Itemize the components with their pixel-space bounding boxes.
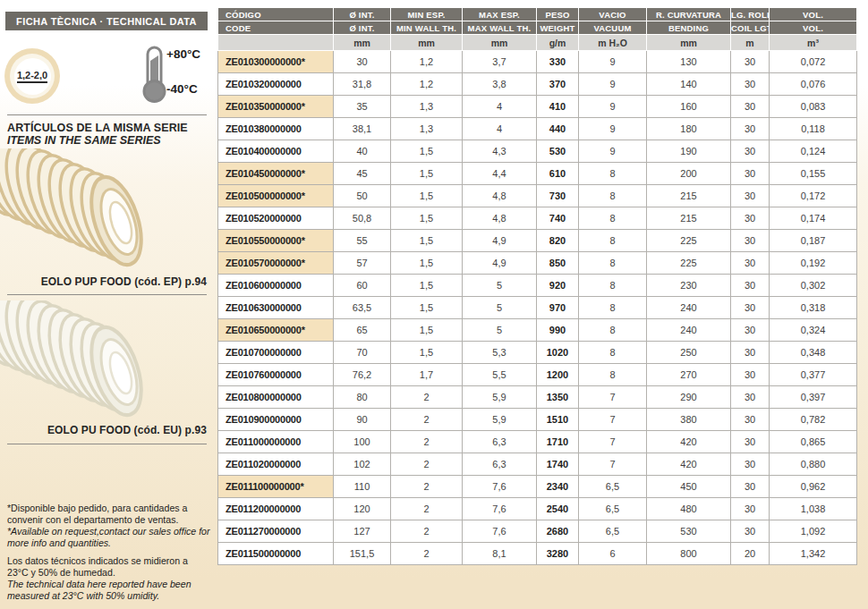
value-cell: 4,9 bbox=[463, 230, 537, 252]
value-cell: 0,865 bbox=[770, 431, 857, 453]
related-hose-caption-pup-food: EOLO PUP FOOD (cód. EP) p.94 bbox=[0, 275, 207, 288]
related-hose-caption-pu-food: EOLO PU FOOD (cód. EU) p.93 bbox=[0, 424, 207, 436]
column-header-en: Ø INT. bbox=[334, 21, 391, 35]
column-header-en: MAX WALL TH. bbox=[463, 21, 537, 35]
column-header-es: PESO bbox=[537, 8, 579, 21]
value-cell: 800 bbox=[647, 543, 731, 565]
diameter-range-badge: 1,2-2,0 bbox=[4, 48, 60, 104]
code-cell: ZE010500000000* bbox=[218, 185, 334, 207]
table-row: ZE010700000000701,55,310208250300,348 bbox=[218, 342, 857, 364]
code-cell: ZE011000000000 bbox=[218, 431, 334, 453]
value-cell: 1510 bbox=[537, 409, 579, 431]
value-cell: 1,5 bbox=[391, 230, 463, 252]
value-cell: 5 bbox=[463, 297, 537, 319]
value-cell: 0,324 bbox=[770, 319, 857, 342]
value-cell: 410 bbox=[537, 96, 579, 118]
column-header-en: VACUUM bbox=[579, 21, 647, 35]
footnote-measured-en: The technical data here reported have be… bbox=[7, 579, 210, 602]
column-header-es: VACIO bbox=[579, 8, 647, 21]
value-cell: 30 bbox=[731, 96, 770, 118]
code-cell: ZE010570000000* bbox=[218, 252, 334, 275]
unit-cell: mm bbox=[647, 35, 731, 51]
code-cell: ZE010400000000 bbox=[218, 140, 334, 163]
value-cell: 0,083 bbox=[770, 96, 857, 118]
column-header-en: COIL LGTH. bbox=[731, 21, 770, 35]
value-cell: 3,7 bbox=[463, 51, 537, 73]
value-cell: 8 bbox=[579, 230, 647, 252]
value-cell: 57 bbox=[334, 252, 391, 275]
value-cell: 30 bbox=[731, 163, 770, 185]
value-cell: 180 bbox=[647, 118, 731, 140]
code-cell: ZE010650000000* bbox=[218, 319, 334, 342]
value-cell: 7 bbox=[579, 409, 647, 431]
value-cell: 63,5 bbox=[334, 297, 391, 319]
unit-cell: mm bbox=[391, 35, 463, 51]
value-cell: 5 bbox=[463, 275, 537, 297]
table-row: ZE01102000000010226,317407420300,880 bbox=[218, 453, 857, 476]
value-cell: 240 bbox=[647, 319, 731, 342]
value-cell: 8 bbox=[579, 252, 647, 275]
value-cell: 5,5 bbox=[463, 364, 537, 386]
value-cell: 0,302 bbox=[770, 275, 857, 297]
value-cell: 140 bbox=[647, 73, 731, 96]
value-cell: 9 bbox=[579, 140, 647, 163]
value-cell: 9 bbox=[579, 118, 647, 140]
value-cell: 0,397 bbox=[770, 386, 857, 409]
value-cell: 130 bbox=[647, 51, 731, 73]
value-cell: 38,1 bbox=[334, 118, 391, 140]
value-cell: 1,5 bbox=[391, 163, 463, 185]
value-cell: 4,9 bbox=[463, 252, 537, 275]
value-cell: 215 bbox=[647, 207, 731, 230]
value-cell: 60 bbox=[334, 275, 391, 297]
value-cell: 2 bbox=[391, 431, 463, 453]
value-cell: 1,038 bbox=[770, 498, 857, 520]
table-row: ZE010300000000*301,23,73309130300,072 bbox=[218, 51, 857, 73]
table-row: ZE010450000000*451,54,46108200300,155 bbox=[218, 163, 857, 185]
code-cell: ZE011270000000 bbox=[218, 520, 334, 543]
column-header-es: MAX ESP. bbox=[463, 8, 537, 21]
value-cell: 730 bbox=[537, 185, 579, 207]
value-cell: 151,5 bbox=[334, 543, 391, 565]
value-cell: 5,9 bbox=[463, 386, 537, 409]
value-cell: 9 bbox=[579, 73, 647, 96]
table-row: ZE01032000000031,81,23,83709140300,076 bbox=[218, 73, 857, 96]
value-cell: 4,3 bbox=[463, 140, 537, 163]
table-row: ZE01127000000012727,626806,5530301,092 bbox=[218, 520, 857, 543]
value-cell: 70 bbox=[334, 342, 391, 364]
value-cell: 4,8 bbox=[463, 207, 537, 230]
value-cell: 6,5 bbox=[579, 520, 647, 543]
value-cell: 2 bbox=[391, 520, 463, 543]
value-cell: 1740 bbox=[537, 453, 579, 476]
value-cell: 7 bbox=[579, 386, 647, 409]
column-header-es: CÓDIGO bbox=[218, 8, 334, 21]
value-cell: 30 bbox=[731, 476, 770, 498]
value-cell: 225 bbox=[647, 230, 731, 252]
value-cell: 45 bbox=[334, 163, 391, 185]
value-cell: 1,3 bbox=[391, 118, 463, 140]
value-cell: 1,092 bbox=[770, 520, 857, 543]
value-cell: 110 bbox=[334, 476, 391, 498]
value-cell: 0,962 bbox=[770, 476, 857, 498]
column-header-en: VOL. bbox=[770, 21, 857, 35]
value-cell: 0,072 bbox=[770, 51, 857, 73]
divider bbox=[7, 294, 207, 295]
value-cell: 4 bbox=[463, 96, 537, 118]
value-cell: 6 bbox=[579, 543, 647, 565]
table-body: ZE010300000000*301,23,73309130300,072ZE0… bbox=[218, 51, 857, 565]
value-cell: 90 bbox=[334, 409, 391, 431]
value-cell: 970 bbox=[537, 297, 579, 319]
value-cell: 8 bbox=[579, 297, 647, 319]
value-cell: 270 bbox=[647, 364, 731, 386]
code-cell: ZE010760000000 bbox=[218, 364, 334, 386]
value-cell: 0,076 bbox=[770, 73, 857, 96]
code-cell: ZE010550000000* bbox=[218, 230, 334, 252]
value-cell: 7 bbox=[579, 453, 647, 476]
value-cell: 2340 bbox=[537, 476, 579, 498]
table-row: ZE0108000000008025,913507290300,397 bbox=[218, 386, 857, 409]
table-row: ZE01038000000038,11,344409180300,118 bbox=[218, 118, 857, 140]
value-cell: 1,7 bbox=[391, 364, 463, 386]
code-cell: ZE010350000000* bbox=[218, 96, 334, 118]
value-cell: 4,4 bbox=[463, 163, 537, 185]
value-cell: 80 bbox=[334, 386, 391, 409]
value-cell: 1,5 bbox=[391, 207, 463, 230]
